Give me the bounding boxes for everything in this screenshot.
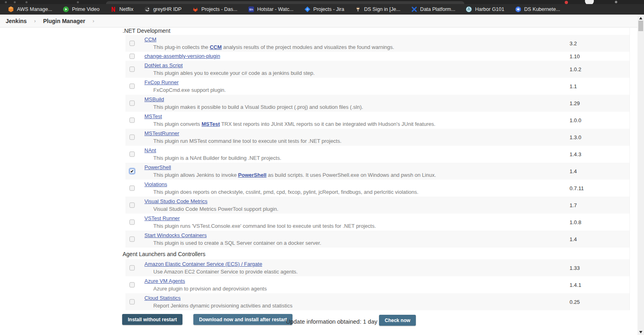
scroll-down-arrow-icon[interactable] (639, 331, 642, 333)
bookmark-label: DS Kubernete... (524, 6, 560, 12)
description-text: Azure plugin to provision and deprovisio… (153, 286, 267, 292)
plugin-link[interactable]: change-assembly-version-plugin (144, 53, 220, 59)
plugin-link[interactable]: NAnt (144, 147, 156, 153)
plugin-row: MSTestRunnerThis plugin run MSTest comma… (125, 129, 629, 146)
plugin-version: 3.2 (570, 40, 577, 47)
plugin-checkbox[interactable]: ✔ (129, 169, 135, 174)
plugin-description: Report Jenkins dynamic provisioning acti… (153, 303, 292, 309)
plugin-link[interactable]: Amazon Elastic Container Service (ECS) /… (144, 261, 262, 267)
plugin-checkbox[interactable] (129, 152, 135, 157)
description-text: analysis results of the project modules … (222, 44, 394, 50)
plugin-row: MSBuildThis plugin makes it possible to … (125, 95, 629, 112)
description-link[interactable]: CCM (210, 44, 222, 50)
plugin-checkbox[interactable] (129, 54, 135, 59)
plugin-link[interactable]: CCM (144, 36, 157, 42)
plugin-checkbox[interactable] (129, 118, 135, 123)
plugin-version: 1.29 (570, 100, 580, 106)
plugin-row: Amazon Elastic Container Service (ECS) /… (125, 259, 629, 276)
plugin-link[interactable]: DotNet as Script (144, 62, 183, 68)
plugin-link[interactable]: Visual Studio Code Metrics (144, 198, 208, 204)
breadcrumb-jenkins[interactable]: Jenkins (6, 18, 27, 24)
install-without-restart-button[interactable]: Install without restart (122, 314, 182, 325)
check-now-button[interactable]: Check now (379, 315, 416, 326)
bookmark-label: AWS Manage... (17, 6, 52, 12)
plugin-version: 1.1 (570, 83, 577, 89)
plugin-description: Use Amazon EC2 Container Service to prov… (153, 269, 298, 275)
description-text: This plug-in collects the (153, 44, 210, 50)
description-text: This plugin is used to create a SQL Serv… (153, 240, 321, 246)
plugin-link[interactable]: Start Windocks Containers (144, 232, 207, 238)
plugin-checkbox[interactable] (129, 220, 135, 225)
bookmark-item-9[interactable]: Harbor G101 (460, 4, 509, 15)
plugin-link[interactable]: MSBuild (144, 96, 164, 102)
plugin-link[interactable]: Cloud Statistics (144, 295, 181, 301)
plugin-version: 1.0.0 (570, 117, 581, 123)
plugin-link[interactable]: Violations (144, 181, 167, 187)
chevron-right-icon: › (93, 18, 94, 24)
plugin-link[interactable]: MSTest (144, 113, 162, 119)
description-text: This plugin is a NAnt Builder for buildi… (153, 155, 281, 161)
plugin-description: This plugin converts MSTest TRX test rep… (153, 121, 435, 127)
browser-top-strip (0, 0, 644, 4)
bookmark-label: Prime Video (72, 6, 100, 12)
plugin-description: This plugin ables you to execute your c#… (153, 70, 315, 76)
plugin-checkbox[interactable] (129, 135, 135, 140)
address-bar[interactable] (106, 1, 464, 4)
tab-favicon-dot (5, 1, 7, 3)
description-text: Visual Studio Code Metrics PowerTool sup… (153, 206, 278, 212)
bookmark-item-4[interactable]: Projects - Das... (187, 4, 243, 15)
plugin-version: 1.4 (570, 168, 577, 174)
bookmark-item-10[interactable]: DS Kubernete... (510, 4, 566, 15)
plugin-link[interactable]: MSTestRunner (144, 130, 179, 136)
bookmark-item-5[interactable]: BhHotstar - Watc... (243, 4, 299, 15)
plugin-checkbox[interactable] (129, 186, 135, 191)
hotstar-icon: Bh (248, 6, 254, 13)
bookmarks-bar: AWS Manage...Prime VideoNetflixgreytHR I… (0, 4, 644, 15)
scrollbar[interactable] (638, 15, 644, 335)
plugin-link[interactable]: FxCop Runner (144, 79, 179, 85)
scroll-up-arrow-icon[interactable] (639, 17, 642, 19)
plugin-checkbox[interactable] (129, 299, 135, 305)
plugin-row: CCMThis plug-in collects the CCM analysi… (125, 35, 629, 52)
plugin-checkbox[interactable] (129, 84, 135, 89)
plugin-description: This plugin runs 'VSTest.Console.exe' co… (153, 223, 376, 229)
bookmark-item-6[interactable]: Projects - Jira (299, 4, 350, 15)
description-link[interactable]: MSTest (201, 121, 220, 127)
breadcrumb-plugin-manager[interactable]: Plugin Manager (43, 18, 85, 24)
plugin-version: 1.3.0 (570, 134, 581, 140)
plugin-description: This plug-in collects the CCM analysis r… (153, 44, 394, 50)
plugin-link[interactable]: PowerShell (144, 164, 171, 170)
jenkins-butler-icon (355, 6, 361, 13)
bookmark-item-7[interactable]: DS Sign in [Je... (350, 4, 406, 15)
plugin-checkbox[interactable] (129, 101, 135, 106)
plugin-description: This plugin is a NAnt Builder for buildi… (153, 155, 281, 161)
plugin-row: MSTestThis plugin converts MSTest TRX te… (125, 112, 629, 129)
plugin-link[interactable]: Azure VM Agents (144, 278, 185, 284)
plugin-checkbox[interactable] (129, 265, 135, 271)
plugin-checkbox[interactable] (129, 237, 135, 242)
description-text: This plugin runs 'VSTest.Console.exe' co… (153, 223, 376, 229)
chevron-right-icon: › (34, 18, 36, 24)
plugin-checkbox[interactable] (129, 41, 135, 46)
bookmark-item-3[interactable]: greytHR IDP (139, 4, 187, 15)
aws-icon (8, 6, 14, 13)
bookmark-item-8[interactable]: Data Platform... (406, 4, 461, 15)
kubernetes-icon (515, 6, 521, 13)
download-install-after-restart-button[interactable]: Download now and install after restart (193, 314, 292, 325)
description-link[interactable]: PowerShell (238, 172, 267, 178)
extension-icon[interactable] (615, 1, 617, 3)
scrollbar-thumb[interactable] (638, 21, 643, 31)
plugin-version: 1.33 (570, 265, 580, 271)
plugin-row: VSTest RunnerThis plugin runs 'VSTest.Co… (125, 214, 629, 231)
plugin-link[interactable]: VSTest Runner (144, 215, 180, 221)
netflix-icon (110, 6, 117, 13)
bookmark-item-2[interactable]: Netflix (105, 4, 139, 15)
plugin-version: 0.7.11 (570, 185, 584, 191)
plugin-checkbox[interactable] (129, 282, 135, 288)
bookmark-item-0[interactable]: AWS Manage... (2, 4, 57, 15)
description-text: This plugin run MSTest command line tool… (153, 138, 341, 144)
plugin-version: 0.25 (570, 299, 580, 305)
plugin-checkbox[interactable] (129, 67, 135, 72)
plugin-checkbox[interactable] (129, 203, 135, 208)
bookmark-item-1[interactable]: Prime Video (57, 4, 105, 15)
